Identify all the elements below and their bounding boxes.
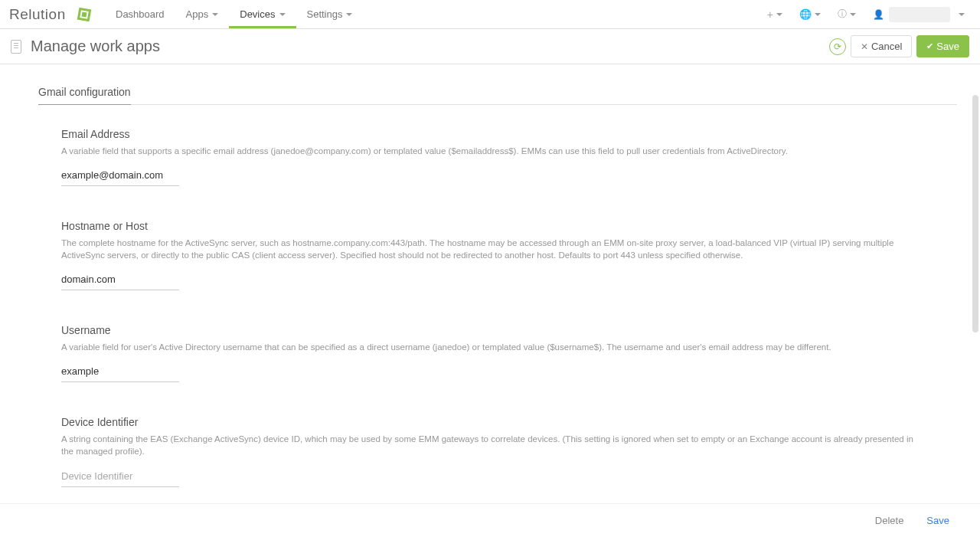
nav-settings-label: Settings [307, 8, 343, 20]
user-menu[interactable]: 👤 [867, 4, 971, 25]
nav-settings[interactable]: Settings [296, 0, 364, 28]
brand-logo[interactable]: Relution [9, 5, 93, 24]
nav-devices[interactable]: Devices [229, 0, 296, 28]
caret-icon [815, 13, 821, 16]
help-menu[interactable]: ⓘ [831, 5, 862, 24]
save-button[interactable]: ✔ Save [916, 35, 969, 57]
user-icon: 👤 [873, 9, 884, 20]
cancel-button[interactable]: ✕ Cancel [851, 35, 912, 57]
subheader-actions: ⟳ ✕ Cancel ✔ Save [829, 35, 969, 57]
caret-icon [776, 13, 782, 16]
nav-apps-label: Apps [186, 8, 209, 20]
close-icon: ✕ [861, 41, 868, 52]
add-menu[interactable]: + [761, 5, 789, 24]
nav-dashboard[interactable]: Dashboard [105, 0, 175, 28]
page-title: Manage work apps [31, 38, 160, 55]
caret-icon [346, 13, 352, 16]
refresh-button[interactable]: ⟳ [829, 38, 846, 55]
globe-icon: 🌐 [799, 8, 812, 20]
nav-devices-label: Devices [240, 8, 275, 20]
refresh-icon: ⟳ [834, 41, 841, 52]
caret-icon [959, 13, 965, 16]
caret-icon [850, 13, 856, 16]
brand-text: Relution [9, 6, 66, 22]
user-name-placeholder [889, 7, 950, 22]
help-icon: ⓘ [838, 8, 847, 21]
caret-icon [212, 13, 218, 16]
nav-apps[interactable]: Apps [175, 0, 230, 28]
nav-items: Dashboard Apps Devices Settings [105, 0, 363, 28]
clipboard-icon [11, 40, 21, 54]
globe-menu[interactable]: 🌐 [793, 5, 827, 23]
cancel-label: Cancel [871, 41, 902, 52]
topnav-right: + 🌐 ⓘ 👤 [761, 4, 971, 25]
subheader: Manage work apps ⟳ ✕ Cancel ✔ Save [0, 29, 980, 64]
top-nav: Relution Dashboard Apps Devices Settings… [0, 0, 980, 29]
svg-rect-2 [82, 11, 87, 17]
check-icon: ✔ [926, 41, 933, 51]
save-label: Save [936, 41, 959, 52]
caret-icon [279, 13, 286, 16]
plus-icon: + [767, 8, 773, 21]
